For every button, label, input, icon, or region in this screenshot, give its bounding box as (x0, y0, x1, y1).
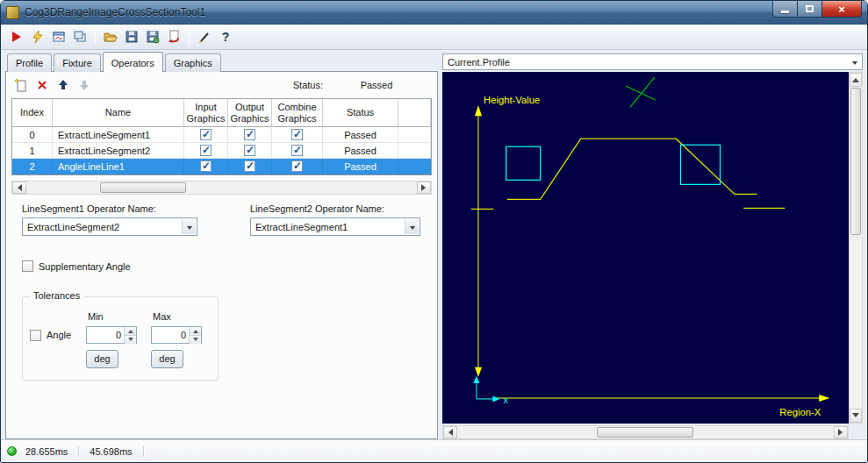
plot-background (442, 72, 849, 424)
tolerances-groupbox: Tolerances Min Max Angle 0 (22, 296, 219, 381)
floating-display-button[interactable] (70, 27, 90, 46)
input-graphics-checkbox[interactable] (200, 129, 212, 140)
display-row: Height-Value Region-X (442, 72, 863, 424)
supplementary-angle-checkbox[interactable] (22, 260, 33, 272)
output-graphics-checkbox[interactable] (244, 145, 255, 156)
import-button[interactable] (164, 27, 183, 46)
down-arrow-icon (852, 413, 859, 421)
output-graphics-checkbox[interactable] (244, 129, 255, 140)
spin-up-button[interactable] (125, 327, 136, 335)
column-header-status[interactable]: Status (323, 99, 398, 127)
scroll-up-button[interactable] (850, 73, 862, 87)
scroll-right-button[interactable] (417, 182, 431, 194)
scroll-left-button[interactable] (12, 182, 26, 194)
scrollbar-thumb[interactable] (850, 88, 861, 235)
column-header-combine-graphics[interactable]: Combine Graphics (272, 99, 323, 127)
combine-graphics-checkbox[interactable] (291, 160, 303, 172)
grid-horizontal-scrollbar[interactable] (11, 181, 432, 195)
operator-row-1[interactable]: 1 ExtractLineSegment2 Passed (12, 143, 431, 159)
cell-filler (398, 127, 431, 143)
input-graphics-checkbox[interactable] (200, 160, 212, 172)
left-arrow-icon (14, 184, 22, 191)
move-down-button[interactable] (76, 77, 92, 93)
minimize-button[interactable] (772, 1, 798, 18)
combine-graphics-checkbox[interactable] (291, 129, 303, 140)
supplementary-angle-row: Supplementary Angle (22, 260, 432, 272)
angle-min-spinner[interactable]: 0 (86, 326, 137, 344)
chevron-up-icon (193, 327, 198, 333)
tab-graphics[interactable]: Graphics (165, 53, 221, 72)
spin-up-button[interactable] (190, 327, 201, 335)
tab-operators[interactable]: Operators (103, 52, 163, 72)
scrollbar-thumb[interactable] (100, 182, 186, 193)
display-vertical-scrollbar[interactable] (849, 72, 863, 424)
measure-button[interactable] (195, 27, 214, 46)
tool-display-button[interactable] (49, 27, 68, 46)
chevron-up-icon (128, 327, 133, 333)
main-toolbar: ? (1, 25, 867, 50)
spin-down-button[interactable] (190, 335, 201, 344)
main-content: Profile Fixture Operators Graphics (1, 50, 867, 439)
app-window: Cog3DRangeImageCrossSectionTool1 × (0, 0, 868, 463)
max-label: Max (151, 311, 216, 324)
dropdown-arrow[interactable] (848, 55, 861, 68)
operator-row-2-selected[interactable]: 2 AngleLineLine1 Passed (12, 159, 431, 175)
input-graphics-checkbox[interactable] (200, 145, 212, 156)
max-deg-button[interactable]: deg (151, 350, 183, 368)
supplementary-angle-label: Supplementary Angle (39, 261, 131, 272)
electric-run-button[interactable] (28, 27, 47, 46)
move-up-button[interactable] (55, 77, 71, 93)
add-operator-button[interactable] (13, 77, 29, 93)
delete-operator-button[interactable] (34, 77, 50, 93)
chevron-down-icon (193, 338, 198, 344)
cell-name: AngleLineLine1 (53, 159, 184, 175)
time2-panel: 45.698ms (88, 446, 143, 457)
angle-max-spinner[interactable]: 0 (151, 326, 202, 344)
profile-display[interactable]: Height-Value Region-X (442, 72, 849, 424)
cell-status: Passed (323, 143, 398, 159)
column-header-index[interactable]: Index (12, 99, 53, 127)
save-results-button[interactable] (143, 27, 162, 46)
tab-fixture[interactable]: Fixture (54, 53, 101, 72)
x-axis-label: Region-X (779, 407, 821, 417)
run-button[interactable] (7, 27, 26, 46)
line-segment2-combobox[interactable]: ExtractLineSegment1 (250, 217, 420, 236)
cell-filler (398, 159, 431, 175)
left-arrow-icon (445, 429, 453, 436)
dropdown-arrow[interactable] (182, 219, 196, 234)
column-header-output-graphics[interactable]: Output Graphics (228, 99, 272, 127)
maximize-button[interactable] (798, 1, 822, 18)
scrollbar-thumb[interactable] (597, 427, 693, 438)
line-segment1-label: LineSegment1 Operator Name: (22, 203, 197, 214)
save-icon (125, 30, 139, 44)
display-source-combobox[interactable]: Current.Profile (442, 53, 863, 70)
angle-tolerance-checkbox[interactable] (30, 330, 41, 341)
output-graphics-checkbox[interactable] (244, 160, 255, 172)
close-button[interactable]: × (822, 1, 862, 18)
toolbar-separator (95, 29, 96, 45)
cell-status: Passed (323, 127, 398, 143)
dropdown-arrow[interactable] (405, 219, 419, 234)
floating-display-icon (73, 30, 87, 44)
min-deg-button[interactable]: deg (86, 350, 118, 368)
column-header-input-graphics[interactable]: Input Graphics (184, 99, 228, 127)
scroll-left-button[interactable] (443, 426, 457, 438)
save-button[interactable] (122, 27, 141, 46)
operator-row-0[interactable]: 0 ExtractLineSegment1 Passed (12, 127, 431, 143)
line-segment1-combobox[interactable]: ExtractLineSegment2 (22, 217, 197, 236)
tab-profile[interactable]: Profile (7, 53, 52, 72)
line-segment1-block: LineSegment1 Operator Name: ExtractLineS… (22, 203, 197, 236)
title-bar[interactable]: Cog3DRangeImageCrossSectionTool1 × (1, 1, 867, 25)
column-header-name[interactable]: Name (53, 99, 184, 127)
angle-label: Angle (47, 330, 71, 340)
open-folder-icon (104, 30, 118, 44)
chevron-down-icon (128, 338, 133, 344)
scroll-down-button[interactable] (850, 409, 862, 423)
open-button[interactable] (101, 27, 120, 46)
combine-graphics-checkbox[interactable] (291, 145, 303, 156)
display-horizontal-scrollbar[interactable] (442, 425, 849, 439)
spin-down-button[interactable] (125, 335, 136, 344)
scroll-right-button[interactable] (834, 426, 848, 438)
tool-display-icon (52, 30, 66, 44)
help-button[interactable]: ? (216, 27, 235, 46)
